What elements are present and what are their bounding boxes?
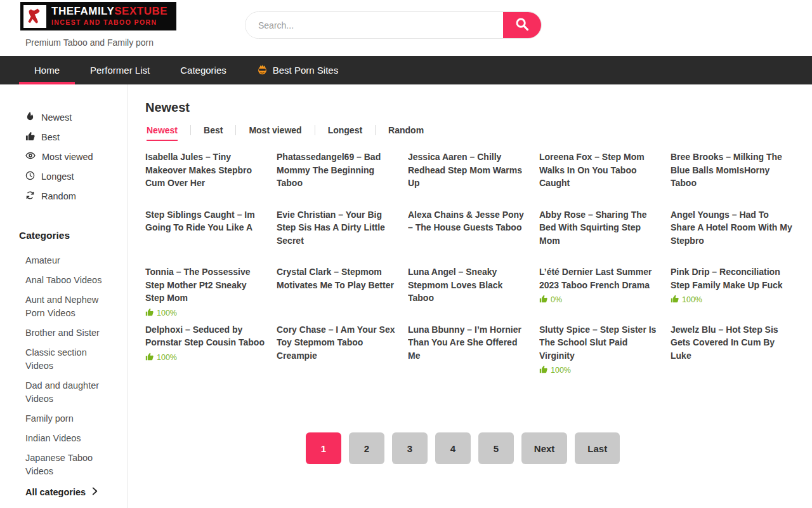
video-card: Step Siblings Caught – Im Going To Ride … bbox=[145, 208, 267, 266]
video-title-link[interactable]: Alexa Chains & Jesse Pony – The House Gu… bbox=[408, 208, 530, 234]
search-form bbox=[245, 11, 542, 39]
video-title-link[interactable]: Abby Rose – Sharing The Bed With Squirti… bbox=[539, 208, 661, 248]
video-card: Luna Angel – Sneaky Stepmom Loves Black … bbox=[408, 265, 530, 323]
video-card: Tonnia – The Possessive Step Mother Pt2 … bbox=[145, 265, 267, 323]
video-rating: 100% bbox=[539, 365, 661, 375]
categories-heading: Categories bbox=[19, 230, 127, 241]
video-card: Angel Youngs – Had To Share A Hotel Room… bbox=[671, 208, 792, 266]
page-title: Newest bbox=[145, 100, 812, 115]
next-page-button[interactable]: Next bbox=[521, 432, 568, 464]
category-item-family-porn[interactable]: Family porn bbox=[25, 412, 107, 425]
chevron-right-icon bbox=[91, 487, 98, 497]
video-title-link[interactable]: L’été Dernier Last Summer 2023 Taboo Fre… bbox=[539, 265, 661, 291]
page-button-3[interactable]: 3 bbox=[392, 432, 428, 464]
video-title-link[interactable]: Luna Bbunny – I’m Hornier Than You Are S… bbox=[408, 323, 530, 363]
video-title-link[interactable]: Loreena Fox – Step Mom Walks In On You T… bbox=[539, 150, 661, 190]
video-title-link[interactable]: Phatassedangel69 – Bad Mommy The Beginni… bbox=[277, 150, 398, 190]
logo-subtitle: INCEST AND TABOO PORN bbox=[51, 19, 167, 27]
category-item-dad-daughter[interactable]: Dad and daughter Videos bbox=[25, 379, 107, 406]
video-card: Cory Chase – I Am Your Sex Toy Stepmom T… bbox=[277, 323, 398, 381]
video-card: Pink Drip – Reconciliation Step Family M… bbox=[671, 265, 792, 323]
category-item-classic-section[interactable]: Classic section Videos bbox=[25, 346, 107, 373]
video-title-link[interactable]: Jewelz Blu – Hot Step Sis Gets Covered I… bbox=[671, 323, 792, 363]
main-content: Newest Newest Best Most viewed Longest R… bbox=[128, 84, 812, 508]
video-title-link[interactable]: Step Siblings Caught – Im Going To Ride … bbox=[145, 208, 267, 234]
video-title-link[interactable]: Luna Angel – Sneaky Stepmom Loves Black … bbox=[408, 265, 530, 305]
category-item-anal-taboo[interactable]: Anal Taboo Videos bbox=[25, 274, 107, 287]
video-card: Alexa Chains & Jesse Pony – The House Gu… bbox=[408, 208, 530, 266]
video-title-link[interactable]: Crystal Clark – Stepmom Motivates Me To … bbox=[277, 265, 398, 291]
tab-random[interactable]: Random bbox=[375, 125, 436, 135]
category-item-indian[interactable]: Indian Videos bbox=[25, 432, 107, 445]
sort-tabs: Newest Best Most viewed Longest Random bbox=[145, 125, 812, 135]
video-title-link[interactable]: Delphoxi – Seduced by Pornstar Step Cous… bbox=[145, 323, 267, 349]
video-card: Jewelz Blu – Hot Step Sis Gets Covered I… bbox=[671, 323, 792, 381]
video-title-link[interactable]: Evie Christian – Your Big Step Sis Has A… bbox=[277, 208, 398, 248]
nav-item-home[interactable]: Home bbox=[19, 56, 75, 84]
video-card: Isabella Jules – Tiny Makeover Makes Ste… bbox=[145, 150, 267, 208]
tab-best[interactable]: Best bbox=[190, 125, 235, 135]
sidebar-item-most-viewed[interactable]: Most viewed bbox=[25, 147, 127, 166]
video-card: Abby Rose – Sharing The Bed With Squirti… bbox=[539, 208, 661, 266]
category-item-aunt-nephew[interactable]: Aunt and Nephew Porn Videos bbox=[25, 293, 107, 320]
page-button-2[interactable]: 2 bbox=[349, 432, 384, 464]
video-title-link[interactable]: Tonnia – The Possessive Step Mother Pt2 … bbox=[145, 265, 267, 305]
video-card: Jessica Aaren – Chilly Redhead Step Mom … bbox=[408, 150, 530, 208]
sunglasses-face-icon bbox=[257, 64, 268, 77]
sidebar-item-newest[interactable]: Newest bbox=[25, 107, 127, 127]
thumbs-up-icon bbox=[539, 365, 547, 375]
video-card: Luna Bbunny – I’m Hornier Than You Are S… bbox=[408, 323, 530, 381]
video-card: Loreena Fox – Step Mom Walks In On You T… bbox=[539, 150, 661, 208]
categories-list: Amateur Anal Taboo Videos Aunt and Nephe… bbox=[19, 254, 127, 478]
thumbs-up-icon bbox=[539, 295, 547, 305]
tab-most-viewed[interactable]: Most viewed bbox=[235, 125, 314, 135]
site-tagline: Premium Taboo and Family porn bbox=[25, 37, 812, 48]
sidebar-item-best[interactable]: Best bbox=[25, 127, 127, 147]
sidebar: Newest Best Most viewed Longest bbox=[0, 84, 128, 508]
main-nav: Home Performer List Categories Best Porn… bbox=[0, 56, 812, 84]
video-title-link[interactable]: Jessica Aaren – Chilly Redhead Step Mom … bbox=[408, 150, 530, 190]
video-card: Bree Brooks – Milking The Blue Balls Mom… bbox=[671, 150, 792, 208]
category-item-brother-sister[interactable]: Brother and Sister bbox=[25, 326, 107, 340]
search-button[interactable] bbox=[503, 12, 541, 38]
eye-icon bbox=[25, 150, 36, 163]
page-button-4[interactable]: 4 bbox=[435, 432, 471, 464]
category-item-amateur[interactable]: Amateur bbox=[25, 254, 107, 267]
thumbs-up-icon bbox=[671, 295, 679, 305]
video-card: L’été Dernier Last Summer 2023 Taboo Fre… bbox=[539, 265, 661, 323]
sidebar-item-random[interactable]: Random bbox=[25, 186, 127, 206]
clock-icon bbox=[25, 171, 35, 182]
sync-icon bbox=[25, 190, 35, 202]
tab-newest[interactable]: Newest bbox=[145, 125, 190, 135]
all-categories-link[interactable]: All categories bbox=[25, 487, 127, 497]
thumbs-up-icon bbox=[145, 308, 154, 318]
sidebar-item-longest[interactable]: Longest bbox=[25, 166, 127, 186]
nav-item-best-porn-sites[interactable]: Best Porn Sites bbox=[242, 56, 353, 84]
last-page-button[interactable]: Last bbox=[575, 432, 620, 464]
site-logo[interactable]: THEFAMILYSEXTUBE INCEST AND TABOO PORN bbox=[20, 2, 176, 30]
video-rating: 100% bbox=[671, 295, 792, 305]
video-card: Delphoxi – Seduced by Pornstar Step Cous… bbox=[145, 323, 267, 381]
sidebar-sort-list: Newest Best Most viewed Longest bbox=[19, 107, 127, 206]
category-item-japanese-taboo[interactable]: Japanese Taboo Videos bbox=[25, 451, 107, 478]
video-title-link[interactable]: Cory Chase – I Am Your Sex Toy Stepmom T… bbox=[277, 323, 398, 363]
search-input[interactable] bbox=[246, 12, 503, 38]
page-button-5[interactable]: 5 bbox=[478, 432, 514, 464]
video-card: Evie Christian – Your Big Step Sis Has A… bbox=[277, 208, 398, 266]
video-title-link[interactable]: Angel Youngs – Had To Share A Hotel Room… bbox=[671, 208, 792, 248]
tab-longest[interactable]: Longest bbox=[315, 125, 375, 135]
nav-item-performer-list[interactable]: Performer List bbox=[75, 56, 165, 84]
pagination: 1 2 3 4 5 Next Last bbox=[145, 432, 812, 464]
video-card: Phatassedangel69 – Bad Mommy The Beginni… bbox=[277, 150, 398, 208]
video-title-link[interactable]: Isabella Jules – Tiny Makeover Makes Ste… bbox=[145, 150, 267, 190]
video-rating: 100% bbox=[145, 352, 267, 363]
nav-item-categories[interactable]: Categories bbox=[165, 56, 242, 84]
video-card: Slutty Spice – Step Sister Is The School… bbox=[539, 323, 661, 381]
search-icon bbox=[515, 17, 529, 33]
thumbs-up-icon bbox=[25, 131, 35, 143]
video-title-link[interactable]: Slutty Spice – Step Sister Is The School… bbox=[539, 323, 661, 363]
video-title-link[interactable]: Pink Drip – Reconciliation Step Family M… bbox=[671, 265, 792, 291]
video-title-link[interactable]: Bree Brooks – Milking The Blue Balls Mom… bbox=[671, 150, 792, 190]
logo-figure-icon bbox=[23, 5, 46, 28]
page-button-1[interactable]: 1 bbox=[306, 432, 341, 464]
